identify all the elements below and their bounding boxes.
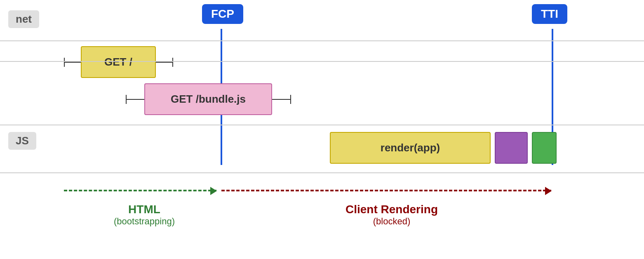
diagram-container: FCP TTI net GET / GET /bundle.js JS rend… [0, 0, 644, 259]
js-label: JS [8, 132, 36, 150]
tti-marker: TTI [532, 4, 567, 24]
net-bottom-separator [0, 61, 644, 62]
bracket-root-left-horiz [64, 62, 81, 63]
purple-box [495, 132, 528, 164]
html-arrow-head [210, 187, 217, 195]
fcp-marker: FCP [202, 4, 243, 24]
html-label-main: HTML [82, 203, 206, 216]
get-root-box: GET / [81, 46, 156, 78]
cr-label-sub: (blocked) [289, 216, 495, 227]
bracket-root-right-horiz [156, 62, 173, 63]
bracket-bundle-right-horiz [272, 99, 291, 100]
net-label: net [8, 10, 39, 28]
get-bundle-box: GET /bundle.js [144, 83, 272, 115]
bracket-bundle-left-horiz [126, 99, 145, 100]
cr-label-main: Client Rendering [289, 203, 495, 216]
render-app-box: render(app) [330, 132, 491, 164]
html-label-sub: (bootstrapping) [82, 216, 206, 227]
js-top-separator [0, 125, 644, 125]
green-box [532, 132, 557, 164]
bracket-bundle-right-vert [290, 95, 291, 104]
html-label: HTML (bootstrapping) [82, 203, 206, 227]
net-top-separator [0, 40, 644, 41]
bracket-root-right-vert [172, 58, 173, 67]
cr-arrow-head [545, 187, 552, 195]
html-arrow-line [64, 190, 216, 191]
client-rendering-label: Client Rendering (blocked) [289, 203, 495, 227]
cr-arrow-line [221, 190, 551, 191]
js-bottom-separator [0, 172, 644, 173]
